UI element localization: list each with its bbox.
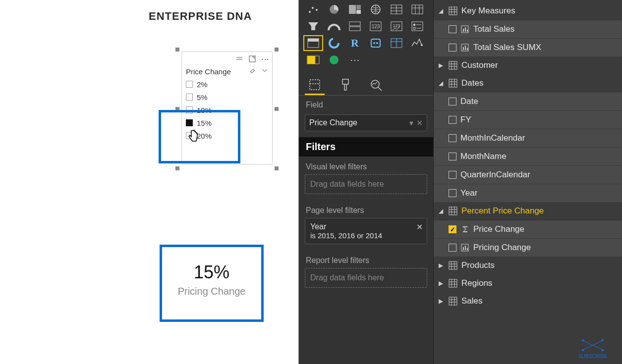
checkbox-icon[interactable] [449, 171, 456, 179]
field-row[interactable]: Total Sales SUMX [434, 39, 622, 56]
field-row[interactable]: Date [434, 93, 622, 110]
remove-field-icon[interactable]: ✕ [416, 118, 423, 128]
svg-point-102 [582, 339, 583, 341]
viz-multirowcard-icon[interactable] [345, 19, 364, 34]
filters-header: Filters [299, 137, 433, 156]
measure-icon [460, 25, 469, 34]
viz-donut-icon[interactable] [325, 36, 343, 51]
collapse-icon[interactable]: ◢ [439, 80, 445, 87]
field-row[interactable]: Price Change [434, 220, 622, 238]
checkbox-icon[interactable] [186, 119, 193, 126]
checkbox-icon[interactable] [449, 134, 456, 142]
viz-custom4-icon[interactable] [304, 52, 323, 67]
checkbox-icon[interactable] [186, 106, 193, 113]
field-row[interactable]: FY [434, 111, 622, 129]
slicer-option-label: 20% [197, 132, 212, 140]
slicer-option[interactable]: 15% [186, 116, 268, 129]
table-row[interactable]: ◢Percent Price Change [434, 202, 622, 220]
viz-kpi-icon[interactable]: 123 [387, 19, 406, 34]
table-row[interactable]: ▶Sales [434, 292, 622, 310]
subscribe-badge[interactable]: SUBSCRIBE [578, 338, 607, 359]
focus-mode-icon[interactable] [248, 55, 256, 63]
viz-pie-icon[interactable] [325, 2, 343, 17]
slicer-visual[interactable]: ⋯ Price Change 2%5%10%15%20% [177, 50, 277, 168]
viz-custom1-icon[interactable] [366, 36, 385, 51]
checkbox-icon[interactable] [186, 94, 193, 101]
slicer-option[interactable]: 10% [186, 104, 268, 116]
expand-icon[interactable]: ▶ [439, 62, 445, 69]
chevron-down-icon[interactable] [261, 67, 268, 76]
year-filter-card[interactable]: Year is 2015, 2016 or 2014 ✕ [305, 218, 427, 244]
viz-card-icon[interactable]: 123 [366, 19, 385, 34]
report-filters-dropzone[interactable]: Drag data fields here [305, 268, 427, 288]
slicer-option[interactable]: 5% [186, 91, 268, 104]
viz-globe-icon[interactable] [325, 52, 343, 67]
more-options-icon[interactable]: ⋯ [261, 55, 269, 63]
collapse-icon[interactable]: ◢ [439, 7, 445, 14]
svg-rect-38 [308, 39, 319, 42]
viz-funnel-icon[interactable] [304, 19, 323, 34]
field-row[interactable]: MonthName [434, 148, 622, 165]
checkbox-icon[interactable] [449, 153, 456, 160]
format-tab[interactable] [336, 75, 355, 95]
visual-filters-dropzone[interactable]: Drag data fields here [305, 174, 427, 194]
table-row[interactable]: ◢Dates [434, 74, 622, 92]
checkbox-icon[interactable] [449, 189, 456, 197]
slicer-option-label: 15% [197, 119, 212, 127]
slicer-option[interactable]: 20% [186, 129, 268, 142]
viz-custom2-icon[interactable] [387, 36, 406, 51]
resize-handle[interactable] [275, 166, 279, 170]
resize-handle[interactable] [175, 166, 179, 170]
viz-gauge-icon[interactable] [325, 19, 343, 34]
resize-handle[interactable] [175, 107, 179, 111]
resize-handle[interactable] [275, 107, 279, 111]
viz-treemap-icon[interactable] [345, 2, 364, 17]
resize-handle[interactable] [275, 48, 279, 52]
viz-matrix-icon[interactable] [408, 2, 427, 17]
field-row[interactable]: Pricing Change [434, 239, 622, 257]
viz-r-icon[interactable]: R [345, 36, 364, 51]
close-icon[interactable]: ✕ [416, 222, 423, 232]
table-row[interactable]: ◢Key Measures [434, 2, 622, 20]
chevron-down-icon[interactable]: ▾ [409, 118, 413, 128]
checkbox-icon[interactable] [449, 98, 456, 105]
viz-more-icon[interactable]: ⋯ [345, 52, 364, 67]
field-well[interactable]: Price Change ▾ ✕ [305, 114, 427, 131]
table-row[interactable]: ▶Regions [434, 274, 622, 292]
subscribe-label: SUBSCRIBE [578, 354, 607, 359]
field-row[interactable]: MonthInCalendar [434, 129, 622, 147]
expand-icon[interactable]: ▶ [439, 298, 445, 305]
field-row[interactable]: QuarterInCalendar [434, 166, 622, 184]
expand-icon[interactable]: ▶ [439, 262, 445, 269]
viz-slicer-icon[interactable] [408, 19, 427, 34]
field-label: FY [460, 115, 471, 125]
checkbox-icon[interactable] [449, 244, 456, 252]
viz-custom3-icon[interactable] [408, 36, 427, 51]
viz-table-icon[interactable] [387, 2, 406, 17]
eraser-icon[interactable] [249, 67, 256, 76]
collapse-icon[interactable]: ◢ [439, 208, 445, 214]
checkbox-icon[interactable] [449, 25, 456, 33]
field-label: Year [460, 188, 477, 198]
expand-icon[interactable]: ▶ [439, 280, 445, 287]
table-row[interactable]: ▶Products [434, 257, 622, 274]
slicer-option[interactable]: 2% [186, 78, 268, 91]
fields-tab[interactable] [305, 75, 325, 95]
resize-handle[interactable] [175, 48, 179, 52]
checkbox-icon[interactable] [449, 44, 456, 52]
viz-selected-icon[interactable] [304, 36, 323, 51]
table-row[interactable]: ▶Customer [434, 56, 622, 74]
drag-handle-icon[interactable] [235, 55, 243, 63]
viz-scatter-icon[interactable] [304, 2, 323, 17]
checkbox-icon[interactable] [449, 225, 456, 233]
checkbox-icon[interactable] [186, 81, 193, 88]
analytics-tab[interactable] [366, 75, 386, 95]
checkbox-icon[interactable] [449, 116, 456, 124]
field-row[interactable]: Year [434, 184, 622, 202]
viz-map-icon[interactable] [366, 2, 385, 17]
svg-point-39 [330, 39, 339, 48]
field-row[interactable]: Total Sales [434, 20, 622, 38]
checkbox-icon[interactable] [186, 132, 193, 139]
card-visual[interactable]: 15% Pricing Change [160, 245, 264, 322]
svg-point-46 [421, 44, 423, 46]
